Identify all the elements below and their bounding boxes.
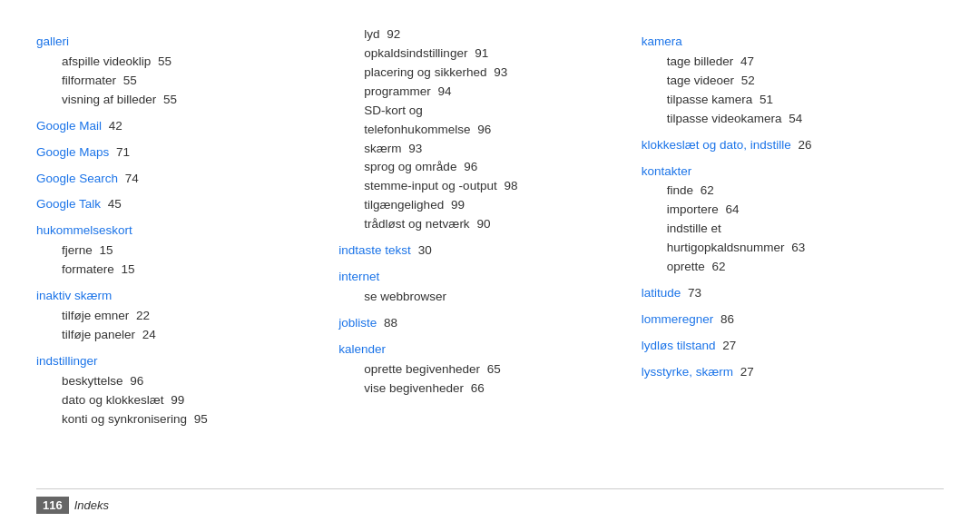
sub-konti-og-synkronisering: konti og synkronisering 95 xyxy=(36,410,329,429)
lydloes-tilstand-link[interactable]: lydløs tilstand xyxy=(642,339,716,352)
section-google-search: Google Search 74 xyxy=(36,170,329,189)
section-google-talk: Google Talk 45 xyxy=(36,195,329,214)
jobliste-link[interactable]: jobliste xyxy=(338,316,377,330)
sub-placering-og-sikkerhed: placering og sikkerhed 93 xyxy=(338,64,632,83)
inaktiv-skaerm-link[interactable]: inaktiv skærm xyxy=(36,289,112,302)
internet-link[interactable]: internet xyxy=(338,270,379,283)
sub-tilfoeje-emner: tilføje emner 22 xyxy=(36,307,329,326)
sub-tilgaengelighed: tilgængelighed 99 xyxy=(338,196,632,215)
sub-stemme-input: stemme-input og -output 98 xyxy=(338,177,632,196)
footer: 116 Indeks xyxy=(36,488,944,514)
sub-se-webbrowser: se webbrowser xyxy=(338,288,632,307)
sub-visning-af-billeder: visning af billeder 55 xyxy=(36,91,329,110)
sub-sd-kort: SD-kort ogtelefonhukommelse 96 xyxy=(338,102,632,140)
column-3: kamera tage billeder 47 tage videoer 52 … xyxy=(642,25,944,479)
sub-lyd: lyd 92 xyxy=(338,25,632,44)
sub-afspille-videoklip: afspille videoklip 55 xyxy=(36,53,329,72)
sub-fjerne: fjerne 15 xyxy=(36,241,329,261)
google-mail-link[interactable]: Google Mail xyxy=(36,119,102,133)
sub-tilfoeje-paneler: tilføje paneler 24 xyxy=(36,326,329,345)
section-klokkeslaet: klokkeslæt og dato, indstille 26 xyxy=(642,136,935,155)
section-jobliste: jobliste 88 xyxy=(338,314,632,333)
section-kamera: kamera xyxy=(642,33,935,52)
sub-dato-og-klokkeslaet: dato og klokkeslæt 99 xyxy=(36,391,329,410)
sub-finde: finde 62 xyxy=(642,182,935,201)
footer-label: Indeks xyxy=(74,498,109,512)
kamera-link[interactable]: kamera xyxy=(642,34,682,48)
section-lysstyrke: lysstyrke, skærm 27 xyxy=(642,363,935,382)
google-search-link[interactable]: Google Search xyxy=(36,172,118,185)
sub-traadloest: trådløst og netværk 90 xyxy=(338,215,632,234)
google-maps-link[interactable]: Google Maps xyxy=(36,145,109,159)
lysstyrke-link[interactable]: lysstyrke, skærm xyxy=(642,365,733,379)
section-galleri: galleri xyxy=(36,33,329,52)
section-lommeregner: lommeregner 86 xyxy=(642,310,935,330)
sub-tilpasse-videokamera: tilpasse videokamera 54 xyxy=(642,110,935,129)
sub-opkaldsindstillinger: opkaldsindstillinger 91 xyxy=(338,44,632,64)
google-talk-link[interactable]: Google Talk xyxy=(36,197,101,211)
sub-sprog-og-omraade: sprog og område 96 xyxy=(338,158,632,177)
lommeregner-link[interactable]: lommeregner xyxy=(642,312,714,326)
section-internet: internet xyxy=(338,268,632,287)
sub-tage-videoer: tage videoer 52 xyxy=(642,72,935,91)
section-google-mail: Google Mail 42 xyxy=(36,117,329,136)
section-google-maps: Google Maps 71 xyxy=(36,143,329,163)
section-lydloes-tilstand: lydløs tilstand 27 xyxy=(642,337,935,356)
latitude-link[interactable]: latitude xyxy=(642,286,681,300)
sub-indstille-et: indstille ethurtigopkaldsnummer 63 xyxy=(642,220,935,258)
section-inaktiv-skaerm: inaktiv skærm xyxy=(36,287,329,306)
section-latitude: latitude 73 xyxy=(642,284,935,303)
section-indtaste-tekst: indtaste tekst 30 xyxy=(338,241,632,261)
sub-programmer: programmer 94 xyxy=(338,83,632,102)
section-kontakter: kontakter xyxy=(642,163,935,182)
indstillinger-link[interactable]: indstillinger xyxy=(36,354,98,368)
sub-skaerm: skærm 93 xyxy=(338,140,632,159)
footer-page-number: 116 xyxy=(36,497,69,514)
sub-importere: importere 64 xyxy=(642,201,935,220)
column-1: galleri afspille videoklip 55 filformate… xyxy=(36,25,338,479)
column-2: lyd 92 opkaldsindstillinger 91 placering… xyxy=(338,25,641,479)
kalender-link[interactable]: kalender xyxy=(338,342,386,356)
sub-tage-billeder: tage billeder 47 xyxy=(642,53,935,72)
sub-oprette: oprette 62 xyxy=(642,258,935,277)
sub-beskyttelse: beskyttelse 96 xyxy=(36,372,329,391)
sub-formatere: formatere 15 xyxy=(36,261,329,280)
section-hukommelseskort: hukommelseskort xyxy=(36,222,329,241)
hukommelseskort-link[interactable]: hukommelseskort xyxy=(36,223,132,237)
sub-tilpasse-kamera: tilpasse kamera 51 xyxy=(642,91,935,110)
sub-vise-begivenheder: vise begivenheder 66 xyxy=(338,379,632,399)
indtaste-tekst-link[interactable]: indtaste tekst xyxy=(338,243,411,257)
page: galleri afspille videoklip 55 filformate… xyxy=(0,0,980,532)
klokkeslaet-link[interactable]: klokkeslæt og dato, indstille xyxy=(642,138,791,152)
content-area: galleri afspille videoklip 55 filformate… xyxy=(36,25,944,479)
section-kalender: kalender xyxy=(338,340,632,360)
sub-filformater: filformater 55 xyxy=(36,72,329,91)
section-indstillinger: indstillinger xyxy=(36,352,329,371)
kontakter-link[interactable]: kontakter xyxy=(642,164,692,178)
sub-oprette-begivenheder: oprette begivenheder 65 xyxy=(338,360,632,379)
galleri-link[interactable]: galleri xyxy=(36,34,69,48)
